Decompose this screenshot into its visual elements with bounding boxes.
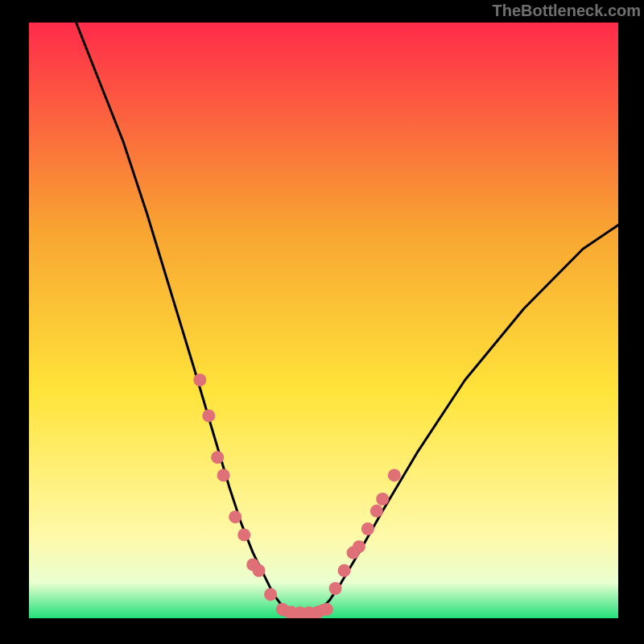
dot-right-dots [329, 582, 342, 595]
dot-right-dots [353, 540, 365, 553]
dot-left-dots [253, 564, 266, 577]
dot-left-dots [202, 409, 215, 422]
dot-valley-dots [320, 603, 333, 616]
plot-background [29, 23, 618, 618]
watermark-text: TheBottleneck.com [493, 2, 641, 20]
dot-right-dots [388, 469, 401, 481]
dot-left-dots [264, 588, 277, 601]
dot-left-dots [211, 451, 224, 464]
dot-right-dots [370, 505, 383, 518]
dot-left-dots [229, 510, 242, 523]
dot-left-dots [193, 374, 206, 386]
chart-container: TheBottleneck.com [0, 0, 644, 644]
dot-right-dots [361, 522, 374, 535]
dot-left-dots [237, 528, 250, 541]
dot-right-dots [376, 493, 389, 506]
plot-svg [29, 23, 618, 618]
dot-right-dots [338, 564, 351, 577]
dot-left-dots [217, 469, 230, 481]
